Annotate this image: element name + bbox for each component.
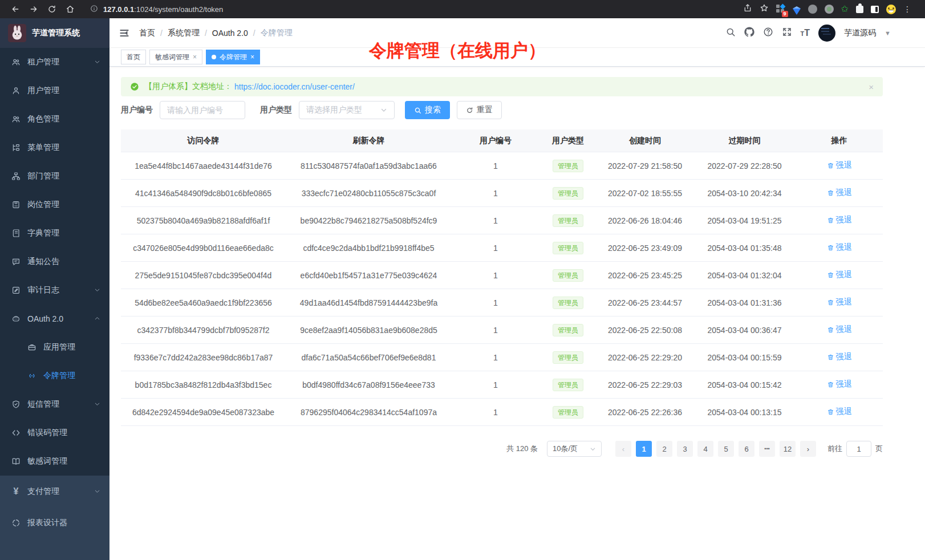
force-logout-button[interactable]: 强退 (827, 352, 852, 362)
user-type-select[interactable]: 请选择用户类型 (299, 101, 395, 119)
sidebar-item-角色管理[interactable]: 角色管理 (0, 105, 109, 133)
sidebar-item-支付管理[interactable]: ¥支付管理 (0, 476, 109, 507)
force-logout-button[interactable]: 强退 (827, 215, 852, 225)
collapse-sidebar-icon[interactable] (119, 27, 130, 39)
split-window-icon[interactable] (871, 6, 879, 13)
header-search-icon[interactable] (725, 27, 736, 39)
reset-button[interactable]: 重置 (457, 101, 502, 119)
force-logout-button[interactable]: 强退 (827, 297, 852, 307)
page-size-select[interactable]: 10条/页 (547, 441, 602, 457)
recorder-extension-icon[interactable] (825, 5, 834, 14)
table-row: 1ea5e44f8bc1467aaede43144f31de76811c5304… (121, 152, 883, 180)
share-icon[interactable] (743, 3, 752, 15)
browser-home-button[interactable] (63, 2, 78, 17)
page-button-6[interactable]: 6 (739, 441, 754, 457)
extension-grid-icon[interactable]: 9 (776, 5, 785, 14)
prev-page-button[interactable]: ‹ (615, 441, 631, 457)
page-button-1[interactable]: 1 (636, 441, 652, 457)
cell-user-id: 1 (452, 189, 539, 198)
sidebar-item-字典管理[interactable]: 字典管理 (0, 219, 109, 247)
sidebar-item-部门管理[interactable]: 部门管理 (0, 162, 109, 190)
sidebar-item-令牌管理[interactable]: 令牌管理 (0, 362, 109, 390)
chevron-up-icon (94, 314, 100, 323)
browser-menu-icon[interactable]: ⋮ (903, 5, 911, 14)
sidebar-item-label: 敏感词管理 (27, 456, 67, 466)
page-button-12[interactable]: 12 (780, 441, 796, 457)
user-type-badge: 管理员 (553, 269, 583, 282)
breadcrumb-system[interactable]: 系统管理 (168, 28, 200, 38)
user-type-badge: 管理员 (553, 351, 583, 364)
cell-refresh-token: 9ce8ef2aa9f14056b831ae9b608e28d5 (286, 326, 452, 335)
page-more-button[interactable]: ••• (759, 441, 775, 457)
role-icon (11, 115, 21, 124)
tag-close-icon[interactable]: × (193, 53, 197, 61)
address-bar[interactable]: 127.0.0.1:1024/system/oauth2/token (81, 5, 740, 14)
fullscreen-icon[interactable] (782, 27, 792, 39)
cell-actions: 强退 (796, 188, 883, 198)
page-button-4[interactable]: 4 (697, 441, 713, 457)
col-expires: 过期时间 (693, 136, 796, 146)
user-type-badge: 管理员 (553, 297, 583, 309)
force-logout-button[interactable]: 强退 (827, 379, 852, 389)
page-info-icon[interactable] (90, 5, 98, 14)
browser-back-button[interactable] (8, 2, 23, 17)
col-actions: 操作 (796, 136, 883, 146)
sidebar-item-审计日志[interactable]: 审计日志 (0, 276, 109, 305)
cell-user-type: 管理员 (539, 160, 597, 172)
user-avatar[interactable] (818, 25, 835, 42)
tag-首页[interactable]: 首页 (121, 50, 146, 64)
browser-forward-button[interactable] (26, 2, 41, 17)
tag-close-icon[interactable]: × (250, 53, 254, 61)
force-logout-button[interactable]: 强退 (827, 242, 852, 253)
sidebar-item-错误码管理[interactable]: 错误码管理 (0, 419, 109, 447)
tag-敏感词管理[interactable]: 敏感词管理× (149, 50, 202, 64)
alert-doc-link[interactable]: https://doc.iocoder.cn/user-center/ (234, 82, 355, 91)
alert-close-icon[interactable]: × (869, 82, 874, 92)
sidebar-item-通知公告[interactable]: 通知公告 (0, 247, 109, 276)
font-size-icon[interactable]: TT (801, 28, 810, 38)
extensions-puzzle-icon[interactable] (856, 6, 863, 13)
browser-reload-button[interactable] (44, 2, 59, 17)
sidebar-item-应用管理[interactable]: 应用管理 (0, 333, 109, 362)
bookmark-star-icon[interactable] (760, 3, 769, 15)
extension-badge: 9 (782, 11, 788, 17)
page-button-5[interactable]: 5 (718, 441, 734, 457)
page-button-2[interactable]: 2 (656, 441, 672, 457)
github-icon[interactable] (744, 27, 754, 39)
user-id-input[interactable] (160, 101, 245, 119)
sidebar-item-OAuth 2.0[interactable]: OAuth 2.0 (0, 305, 109, 333)
help-icon[interactable] (763, 27, 773, 39)
sidebar-item-报表设计器[interactable]: 报表设计器 (0, 507, 109, 538)
jump-suffix: 页 (875, 444, 883, 454)
cell-user-id: 1 (452, 353, 539, 362)
green-star-extension-icon[interactable]: ✩ (841, 5, 849, 14)
sidebar-item-岗位管理[interactable]: 岗位管理 (0, 190, 109, 219)
token-table: 访问令牌 刷新令牌 用户编号 用户类型 创建时间 过期时间 操作 1ea5e44… (121, 129, 883, 426)
sidebar-item-菜单管理[interactable]: 菜单管理 (0, 133, 109, 162)
force-logout-button[interactable]: 强退 (827, 160, 852, 171)
sidebar-item-敏感词管理[interactable]: 敏感词管理 (0, 447, 109, 476)
profile-emoji-avatar[interactable] (886, 5, 896, 14)
sidebar-item-用户管理[interactable]: 用户管理 (0, 76, 109, 105)
force-logout-button[interactable]: 强退 (827, 270, 852, 280)
force-logout-button[interactable]: 强退 (827, 407, 852, 417)
user-caret-down-icon[interactable]: ▼ (885, 30, 891, 36)
sidebar-item-租户管理[interactable]: 租户管理 (0, 48, 109, 76)
force-logout-button[interactable]: 强退 (827, 188, 852, 198)
cell-refresh-token: cdfc4ce9c2da4bb1bdf21b9918ff4be5 (286, 244, 452, 253)
gem-extension-icon[interactable] (793, 9, 801, 15)
tag-令牌管理[interactable]: 令牌管理× (206, 50, 260, 64)
sidebar-logo[interactable]: 芋道管理系统 (0, 18, 109, 48)
breadcrumb-oauth[interactable]: OAuth 2.0 (212, 29, 248, 38)
sidebar-item-短信管理[interactable]: 短信管理 (0, 390, 109, 419)
user-name[interactable]: 芋道源码 (844, 28, 876, 38)
search-button[interactable]: 搜索 (405, 101, 450, 119)
next-page-button[interactable]: › (800, 441, 816, 457)
jump-page-input[interactable] (846, 441, 871, 457)
trash-icon (827, 271, 834, 279)
gray-extension-icon[interactable] (808, 5, 817, 14)
page-button-3[interactable]: 3 (677, 441, 693, 457)
breadcrumb-home[interactable]: 首页 (139, 28, 155, 38)
force-logout-button[interactable]: 强退 (827, 324, 852, 335)
cell-created: 2022-06-25 22:29:20 (597, 353, 693, 362)
